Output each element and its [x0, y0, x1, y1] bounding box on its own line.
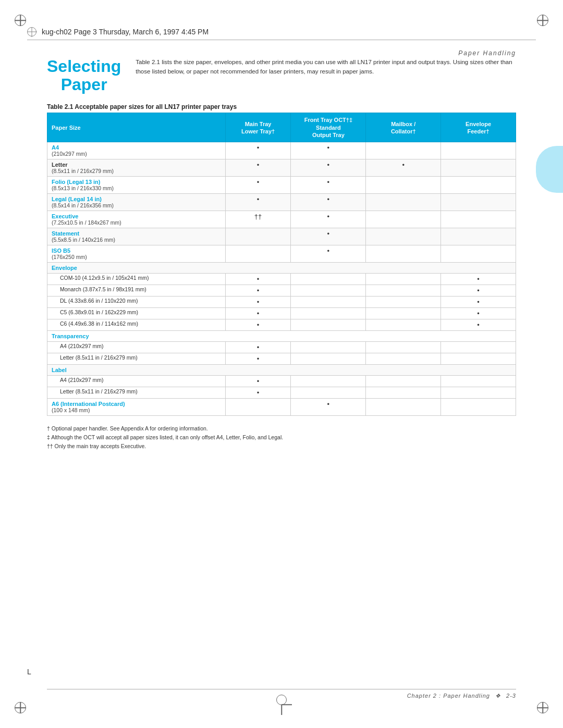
footnote-3: †† Only the main tray accepts Executive. [47, 442, 516, 451]
table-row-statement: Statement(5.5x8.5 in / 140x216 mm) • [47, 228, 516, 245]
col-header-front-tray: Front Tray OCT†‡ Standard Output Tray [291, 113, 366, 142]
title-description: Table 2.1 lists the size paper, envelope… [136, 57, 516, 77]
table-row-sub-envelope-4: C6 (4.49x6.38 in / 114x162 mm) • • [47, 319, 516, 331]
chapter-header: Paper Handling [458, 50, 516, 57]
title-section: Selecting Paper Table 2.1 lists the size… [47, 57, 516, 94]
reg-cross-tl [15, 15, 26, 26]
footnotes: † Optional paper handler. See Appendix A… [47, 424, 516, 450]
table-row-letter: Letter(8.5x11 in / 216x279 mm) • • • [47, 159, 516, 177]
table-row-a6postcard: A6 (International Postcard)(100 x 148 mm… [47, 399, 516, 416]
table-row-sub-label-0: A4 (210x297 mm) • [47, 376, 516, 387]
reg-cross-br [537, 702, 548, 713]
table-row-sub-transparency-0: A4 (210x297 mm) • [47, 342, 516, 353]
table-caption: Table 2.1 Acceptable paper sizes for all… [47, 103, 516, 110]
header-circle-icon [27, 27, 36, 36]
table-row-a4: A4(210x297 mm) • • [47, 142, 516, 159]
main-content: Selecting Paper Table 2.1 lists the size… [47, 57, 516, 686]
table-row-group-label: Label [47, 365, 516, 376]
header-bar: kug-ch02 Page 3 Thursday, March 6, 1997 … [27, 27, 536, 40]
table-row-sub-envelope-1: Monarch (3.87x7.5 in / 98x191 mm) • • [47, 285, 516, 297]
bottom-center-reg-circle [276, 695, 287, 705]
footnote-2: ‡ Although the OCT will accept all paper… [47, 433, 516, 442]
page-title: Selecting Paper [47, 57, 121, 94]
col-header-envelope: Envelope Feeder† [441, 113, 516, 142]
title-paper: Paper [47, 76, 121, 94]
table-row-executive: Executive(7.25x10.5 in / 184x267 mm) †† … [47, 211, 516, 228]
table-row-legal: Legal (Legal 14 in)(8.5x14 in / 216x356 … [47, 194, 516, 211]
header-title: kug-ch02 Page 3 Thursday, March 6, 1997 … [42, 28, 209, 36]
reg-cross-tr [537, 15, 548, 26]
group-label-transparency: Transparency [52, 333, 89, 339]
title-selecting: Selecting [47, 57, 121, 76]
paper-table: Paper Size Main Tray Lower Tray† Front T… [47, 113, 516, 416]
table-row-sub-transparency-1: Letter (8.5x11 in / 216x279 mm) • [47, 353, 516, 365]
table-row-sub-envelope-0: COM-10 (4.12x9.5 in / 105x241 mm) • • [47, 274, 516, 285]
table-row-sub-envelope-2: DL (4.33x8.66 in / 110x220 mm) • • [47, 297, 516, 308]
side-tab [536, 146, 563, 193]
reg-cross-bl [15, 702, 26, 713]
table-row-group-envelope: Envelope [47, 263, 516, 274]
col-header-main-tray: Main Tray Lower Tray† [225, 113, 291, 142]
table-row-sub-envelope-3: C5 (6.38x9.01 in / 162x229 mm) • • [47, 308, 516, 319]
footer-diamond: ❖ [495, 693, 503, 699]
bottom-l-mark: L [27, 668, 31, 676]
page: kug-ch02 Page 3 Thursday, March 6, 1997 … [0, 0, 563, 728]
table-row-group-transparency: Transparency [47, 331, 516, 342]
group-label-envelope: Envelope [52, 265, 77, 271]
table-row-folio: Folio (Legal 13 in)(8.5x13 in / 216x330 … [47, 177, 516, 194]
table-row-isob5: ISO B5(176x250 mm) • [47, 245, 516, 263]
footer-text: Chapter 2 : Paper Handling ❖ 2-3 [407, 693, 516, 699]
col-header-paper-size: Paper Size [47, 113, 226, 142]
footer-page-number: 2-3 [506, 693, 516, 699]
footnote-1: † Optional paper handler. See Appendix A… [47, 424, 516, 433]
group-label-label: Label [52, 367, 67, 373]
table-row-sub-label-1: Letter (8.5x11 in / 216x279 mm) • [47, 387, 516, 399]
col-header-mailbox: Mailbox / Collator† [366, 113, 441, 142]
